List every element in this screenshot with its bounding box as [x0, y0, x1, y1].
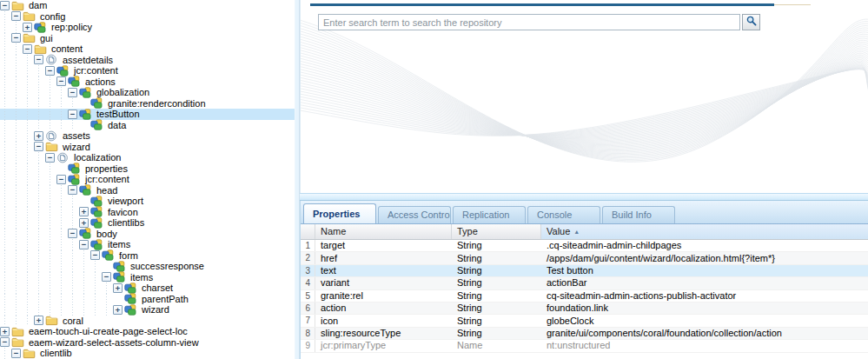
collapse-icon[interactable]: − [45, 66, 55, 76]
tree-guide-line [11, 76, 23, 88]
tree-node[interactable]: −globalization [0, 87, 295, 98]
tree-node[interactable]: successresponse [0, 261, 295, 272]
tree-node[interactable]: −dam [0, 0, 295, 11]
tree-node[interactable]: −config [0, 11, 295, 23]
collapse-icon[interactable]: − [90, 250, 100, 260]
tree-node[interactable]: granite:rendercondition [0, 98, 295, 110]
collapse-icon[interactable]: − [68, 229, 77, 238]
collapse-icon[interactable]: − [23, 44, 32, 54]
tree-node[interactable]: data [0, 120, 295, 131]
tree-guide-line [11, 120, 23, 131]
property-row[interactable]: 4variantStringactionBar [301, 277, 868, 289]
collapse-icon[interactable]: − [102, 272, 111, 282]
collapse-icon[interactable]: − [11, 11, 21, 21]
tree-node[interactable]: +wizard [0, 304, 295, 316]
property-row[interactable]: 2hrefString/apps/dam/gui/content/wizard/… [301, 252, 868, 264]
column-header-name[interactable]: Name [315, 224, 452, 239]
tree-node[interactable]: +clientlibs [0, 217, 295, 229]
tree-node[interactable]: −localization [0, 152, 295, 163]
horizontal-splitter[interactable] [300, 193, 868, 201]
tree-node[interactable]: +eaem-touch-ui-create-page-select-loc [0, 326, 295, 337]
expand-icon[interactable]: + [79, 218, 89, 228]
property-row[interactable]: 5granite:relStringcq-siteadmin-admin-act… [301, 290, 868, 302]
expand-icon[interactable]: + [34, 131, 43, 141]
property-row[interactable]: 1targetString.cq-siteadmin-admin-childpa… [301, 240, 868, 252]
property-row[interactable]: 7iconStringglobeClock [301, 315, 868, 327]
expand-icon[interactable]: + [113, 283, 123, 293]
expand-icon[interactable]: + [34, 316, 43, 325]
tree-guide-line [102, 304, 113, 316]
tree-guide-line [11, 174, 23, 185]
folder-icon [11, 0, 24, 11]
search-button[interactable] [742, 14, 760, 30]
tree-node[interactable]: −jcr:content [0, 174, 295, 185]
tree-node[interactable]: −body [0, 229, 295, 240]
tree-guide-line [23, 272, 34, 283]
tree-node[interactable]: −wizard [0, 142, 295, 153]
tree-guide-line [0, 65, 11, 76]
expand-icon[interactable]: + [23, 23, 32, 32]
tree-node[interactable]: properties [0, 163, 295, 175]
search-input[interactable] [318, 14, 740, 30]
tree-node[interactable]: +charset [0, 283, 295, 294]
tree-node[interactable]: −testButton [0, 109, 295, 120]
tree-guide-line [0, 22, 11, 33]
collapse-icon[interactable]: − [56, 175, 66, 184]
tab-build-info[interactable]: Build Info [602, 206, 675, 223]
tree-node[interactable]: −content [0, 43, 295, 55]
tree-guide-line [23, 98, 34, 110]
tab-console[interactable]: Console [527, 206, 600, 223]
tree-guide-line [68, 217, 79, 229]
property-name: jcr:primaryType [315, 340, 452, 351]
tree-node[interactable]: −items [0, 239, 295, 250]
tree-node[interactable]: parentPath [0, 294, 295, 305]
tree-node[interactable]: −assetdetails [0, 55, 295, 66]
collapse-icon[interactable]: − [0, 337, 10, 347]
property-row[interactable]: 6actionStringfoundation.link [301, 302, 868, 315]
tree-node[interactable]: +coral [0, 316, 295, 327]
column-header-value[interactable]: Value▲ [541, 224, 868, 239]
tree-node[interactable]: +favicon [0, 207, 295, 218]
tree-node-label: globalization [95, 87, 151, 97]
collapse-icon[interactable]: − [11, 33, 21, 43]
property-row[interactable]: 9jcr:primaryTypeNament:unstructured [301, 340, 868, 352]
folder-icon [45, 141, 58, 152]
collapse-icon[interactable]: − [34, 142, 43, 151]
tree-node[interactable]: −gui [0, 33, 295, 44]
collapse-icon[interactable]: − [56, 76, 66, 86]
collapse-icon[interactable]: − [79, 240, 89, 249]
property-row[interactable]: 3textStringTest button [301, 265, 868, 277]
collapse-icon[interactable]: − [68, 110, 77, 119]
tree-node[interactable]: −eaem-wizard-select-assets-column-view [0, 337, 295, 349]
tab-replication[interactable]: Replication [453, 206, 526, 223]
expand-icon[interactable]: + [0, 327, 10, 336]
collapse-icon[interactable]: − [0, 1, 10, 10]
column-header-type[interactable]: Type [452, 224, 541, 239]
node-icon [79, 228, 92, 239]
property-row[interactable]: 8sling:resourceTypeStringgranite/ui/comp… [301, 328, 868, 340]
tree-node[interactable]: −clientlib [0, 348, 295, 359]
tab-access-control[interactable]: Access Control [378, 206, 451, 223]
tab-properties[interactable]: Properties [303, 203, 376, 223]
tree-node[interactable]: −items [0, 272, 295, 283]
tree-node[interactable]: −jcr:content [0, 65, 295, 76]
collapse-icon[interactable]: − [11, 349, 21, 358]
page-icon [56, 152, 70, 163]
node-icon [68, 76, 81, 87]
expand-icon[interactable]: + [79, 207, 89, 216]
tree-guide-line [56, 283, 68, 294]
tree-node[interactable]: +assets [0, 130, 295, 142]
collapse-icon[interactable]: − [68, 88, 77, 97]
tree-node[interactable]: viewport [0, 196, 295, 207]
collapse-icon[interactable]: − [68, 185, 77, 195]
collapse-icon[interactable]: − [34, 55, 43, 64]
tree-node[interactable]: −actions [0, 76, 295, 88]
tree-node[interactable]: +rep:policy [0, 22, 295, 33]
tree-guide-line [23, 185, 34, 196]
tree-node[interactable]: −form [0, 250, 295, 262]
tree-guide-line [34, 65, 45, 76]
tree-node[interactable]: −head [0, 185, 295, 196]
collapse-icon[interactable]: − [45, 153, 55, 163]
expand-icon[interactable]: + [113, 305, 123, 315]
row-number: 4 [301, 277, 315, 289]
